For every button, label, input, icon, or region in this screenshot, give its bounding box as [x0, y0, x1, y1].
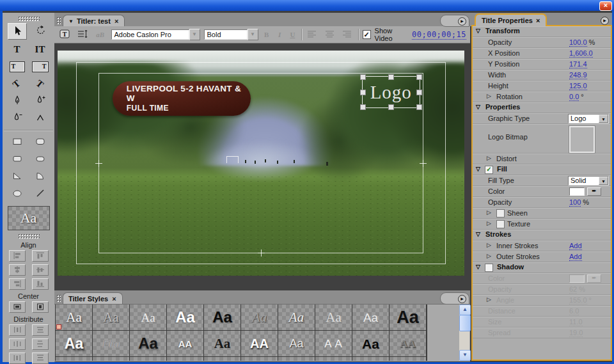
underline-button[interactable]: U	[288, 31, 297, 38]
titler-styles-tab[interactable]: Titler Styles ×	[63, 292, 123, 304]
distribute-right-button[interactable]	[9, 352, 26, 364]
scroll-up-button[interactable]: ▲	[459, 305, 471, 315]
area-type-tool-button[interactable]: T	[8, 59, 26, 74]
distribute-vertical-center-button[interactable]	[32, 338, 49, 350]
distribute-left-button[interactable]	[9, 324, 26, 336]
style-swatch[interactable]: Aa	[130, 305, 167, 331]
style-swatch[interactable]: Aa	[130, 331, 167, 357]
distribute-bottom-button[interactable]	[32, 352, 49, 364]
transform-section-header[interactable]: ▽ Transform	[473, 26, 611, 37]
style-swatch[interactable]: Aa	[56, 305, 93, 331]
texture-expand-icon[interactable]: ▷	[487, 220, 491, 226]
style-swatch[interactable]	[278, 357, 315, 361]
add-anchor-point-tool-button[interactable]	[31, 93, 49, 109]
timecode-value[interactable]: 00;00;00;15	[412, 30, 466, 40]
align-text-center-button[interactable]	[323, 28, 337, 41]
rotation-value[interactable]: 0.0	[569, 93, 579, 101]
width-value[interactable]: 248.9	[569, 71, 587, 79]
style-swatch[interactable]	[130, 357, 167, 361]
logo-object-selected[interactable]: Logo	[362, 76, 420, 108]
outer-strokes-add-link[interactable]: Add	[569, 253, 582, 261]
rectangle-tool-button[interactable]	[8, 134, 26, 150]
inner-strokes-add-link[interactable]: Add	[569, 242, 582, 250]
font-style-dropdown[interactable]: Bold ▼	[204, 29, 258, 40]
font-family-arrow-icon[interactable]: ▼	[189, 29, 200, 40]
align-bottom-button[interactable]	[32, 278, 49, 290]
style-swatch[interactable]: Aa	[93, 305, 130, 331]
convert-anchor-point-tool-button[interactable]	[31, 111, 49, 126]
fill-color-swatch[interactable]	[569, 187, 585, 196]
align-text-right-button[interactable]	[340, 28, 354, 41]
opacity-value[interactable]: 100.0	[569, 38, 587, 47]
distribute-horizontal-center-button[interactable]	[9, 338, 26, 350]
selection-handle-sw[interactable]	[360, 104, 366, 110]
style-swatch[interactable]: Aa	[278, 305, 315, 331]
logo-bitmap-swatch[interactable]	[569, 126, 595, 153]
height-value[interactable]: 125.0	[569, 82, 587, 90]
wedge-tool-button[interactable]	[8, 169, 26, 184]
video-preview[interactable]: LIVERPOOL 5-2 HAVANT & W FULL TIME Logo	[58, 51, 464, 276]
pill-tool-button[interactable]	[31, 152, 49, 167]
section-open-icon[interactable]: ▽	[476, 264, 480, 270]
fill-opacity-value[interactable]: 100	[569, 198, 581, 207]
section-open-icon[interactable]: ▽	[476, 104, 480, 110]
rotation-expand-icon[interactable]: ▷	[487, 93, 491, 99]
selection-handle-n[interactable]	[388, 74, 394, 80]
style-swatch[interactable]: Aa	[390, 305, 427, 331]
shadow-checkbox[interactable]	[485, 264, 493, 272]
style-swatch[interactable]: AA	[241, 331, 278, 357]
section-open-icon[interactable]: ▽	[476, 166, 480, 172]
selection-handle-w[interactable]	[360, 90, 366, 95]
align-right-button[interactable]	[9, 278, 26, 290]
graphic-type-dropdown[interactable]: Logo ▼	[568, 114, 609, 123]
style-swatch[interactable]	[315, 357, 352, 361]
style-swatch[interactable]: AA	[167, 331, 204, 357]
style-swatch[interactable]: Aa	[204, 331, 241, 357]
titler-tab[interactable]: ▼ Titler: test ×	[63, 15, 125, 26]
new-title-button[interactable]: T	[58, 28, 72, 41]
rounded-rectangle-tool-button[interactable]	[8, 152, 26, 167]
titler-panel-menu-button[interactable]: ▶	[458, 17, 466, 26]
style-swatch[interactable]: A A	[315, 331, 352, 357]
center-horizontal-button[interactable]	[32, 301, 49, 313]
path-type-tool-button[interactable]: T	[8, 76, 26, 91]
style-swatch[interactable]: Fba	[93, 331, 130, 357]
style-swatch[interactable]: AA	[390, 331, 427, 357]
style-swatch[interactable]: Aa	[278, 331, 315, 357]
style-swatch[interactable]	[204, 357, 241, 361]
style-swatch[interactable]: Aa	[241, 305, 278, 331]
fill-type-dropdown[interactable]: Solid ▼	[568, 176, 609, 186]
scrollbar-thumb[interactable]	[459, 315, 471, 331]
line-tool-button[interactable]	[31, 186, 49, 202]
italic-button[interactable]: I	[275, 31, 284, 38]
style-swatch[interactable]: Aa	[167, 305, 204, 331]
titler-panel-gripper[interactable]	[56, 17, 61, 25]
styles-panel-gripper[interactable]	[56, 294, 61, 303]
title-canvas[interactable]: LIVERPOOL 5-2 HAVANT & W FULL TIME Logo	[54, 44, 470, 290]
align-horizontal-center-button[interactable]	[9, 264, 26, 276]
titler-tab-close-icon[interactable]: ×	[114, 17, 119, 25]
strokes-section-header[interactable]: ▽ Strokes	[473, 230, 611, 241]
align-text-left-button[interactable]	[305, 28, 319, 41]
roll-crawl-options-button[interactable]	[76, 28, 90, 41]
vertical-path-type-tool-button[interactable]: T	[31, 76, 49, 91]
vertical-area-type-tool-button[interactable]: T	[31, 59, 49, 74]
rotation-tool-button[interactable]	[32, 23, 50, 38]
bold-button[interactable]: B	[262, 31, 271, 38]
properties-section-header[interactable]: ▽ Properties	[473, 102, 611, 113]
distort-expand-icon[interactable]: ▷	[487, 155, 491, 161]
y-position-value[interactable]: 171.4	[569, 60, 587, 68]
align-left-button[interactable]	[9, 250, 26, 262]
align-vertical-center-button[interactable]	[32, 264, 49, 276]
align-top-button[interactable]	[32, 250, 49, 262]
style-swatch[interactable]	[56, 357, 93, 361]
tools-gripper[interactable]	[18, 16, 40, 21]
section-open-icon[interactable]: ▽	[476, 231, 480, 237]
fill-section-header[interactable]: ▽ ✓ Fill	[473, 164, 611, 175]
delete-anchor-point-tool-button[interactable]	[8, 111, 26, 126]
style-swatch[interactable]: Aa	[204, 305, 241, 331]
arc-tool-button[interactable]	[31, 169, 49, 184]
ellipse-tool-button[interactable]	[8, 186, 26, 202]
pen-tool-button[interactable]	[8, 93, 26, 109]
templates-button[interactable]: aB	[93, 28, 107, 41]
